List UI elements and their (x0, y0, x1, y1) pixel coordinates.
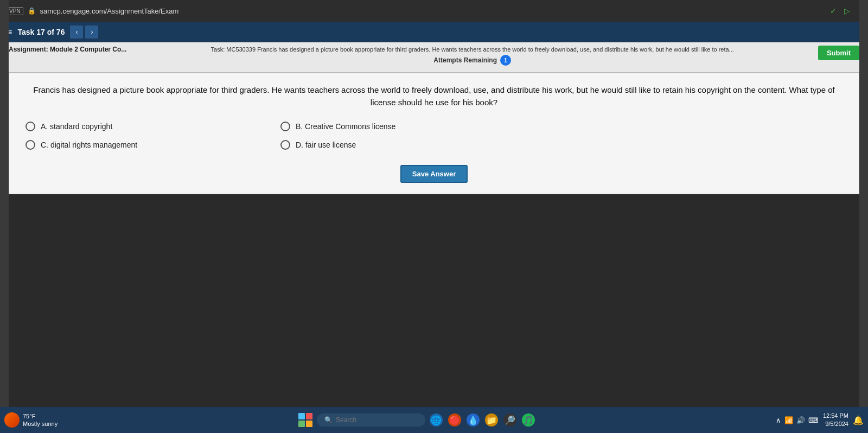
chevron-up-icon[interactable]: ∧ (776, 416, 781, 424)
search-icon: 🔍 (324, 416, 333, 424)
keyboard-icon: ⌨ (808, 416, 819, 424)
weather-text: 75°F Mostly sunny (23, 412, 58, 428)
clock-date: 9/5/2024 (823, 420, 848, 428)
taskbar-icon-2[interactable]: 🔴 (448, 413, 461, 426)
search-input[interactable] (336, 416, 412, 424)
url-bar: samcp.cengage.com/AssignmentTake/Exam (40, 7, 179, 15)
clock: 12:54 PM 9/5/2024 (823, 412, 848, 429)
header-right: Submit (818, 46, 859, 60)
task-label: Task 17 of 76 (18, 28, 65, 36)
taskbar-icon-1[interactable]: 🌐 (430, 413, 443, 426)
nav-next-button[interactable]: › (85, 26, 98, 39)
attempts-badge: 1 (500, 55, 511, 66)
browser-icons: ✓ ▷ ↓ (830, 7, 861, 15)
start-button[interactable] (298, 413, 312, 427)
start-sq-4 (306, 421, 312, 427)
start-sq-2 (306, 413, 312, 419)
answer-option-c[interactable]: C. digital rights management (25, 140, 259, 150)
answer-label-a: A. standard copyright (41, 122, 112, 131)
header-left: Assignment: Module 2 Computer Co... (9, 46, 126, 53)
lock-icon: 🔒 (28, 7, 36, 15)
vpn-badge: VPN (7, 7, 23, 15)
taskbar-icon-3[interactable]: 💧 (467, 413, 480, 426)
notification-icon[interactable]: 🔔 (853, 415, 864, 425)
taskbar-center: 🔍 🌐 🔴 💧 📁 🔎 🎵 (62, 413, 771, 427)
taskbar: 75°F Mostly sunny 🔍 🌐 🔴 💧 📁 🔎 🎵 ∧ 📶 � (0, 407, 868, 433)
answer-label-d: D. fair use license (296, 141, 356, 149)
answer-option-a[interactable]: A. standard copyright (25, 122, 259, 131)
header-center: Task: MC530339 Francis has designed a pi… (132, 46, 813, 66)
submit-button[interactable]: Submit (818, 46, 859, 60)
header-attempts-area: Attempts Remaining 1 (132, 55, 813, 66)
answer-label-b: B. Creative Commons license (296, 122, 395, 131)
start-sq-3 (298, 421, 305, 427)
answer-option-d[interactable]: D. fair use license (280, 140, 514, 150)
radio-c[interactable] (25, 140, 35, 150)
header-area: Assignment: Module 2 Computer Co... Task… (0, 42, 868, 73)
taskbar-left: 75°F Mostly sunny (4, 412, 58, 428)
clock-time: 12:54 PM (823, 412, 848, 420)
attempts-label: Attempts Remaining (433, 56, 497, 64)
nav-arrows: ‹ › (70, 26, 98, 39)
wifi-icon: 📶 (784, 416, 793, 424)
browser-window: Francis has designed a picture book appr… (9, 73, 859, 194)
answers-grid: A. standard copyright B. Creative Common… (25, 122, 514, 150)
assignment-label: Assignment: Module 2 Computer Co... (9, 46, 126, 53)
top-nav: ≡ Task 17 of 76 ‹ › (0, 22, 868, 42)
nav-prev-button[interactable]: ‹ (70, 26, 83, 39)
taskbar-icons: 🌐 🔴 💧 📁 🔎 🎵 (430, 413, 535, 426)
system-icons: ∧ 📶 🔊 ⌨ (776, 416, 819, 424)
header-task-text: Task: MC530339 Francis has designed a pi… (132, 46, 813, 54)
taskbar-right: ∧ 📶 🔊 ⌨ 12:54 PM 9/5/2024 🔔 (776, 412, 864, 429)
radio-b[interactable] (280, 122, 290, 131)
play-icon: ▷ (844, 7, 850, 15)
weather-icon (4, 412, 20, 428)
question-text: Francis has designed a picture book appr… (25, 84, 843, 109)
search-bar[interactable]: 🔍 (317, 413, 425, 426)
volume-icon: 🔊 (796, 416, 805, 424)
check-icon: ✓ (830, 7, 837, 15)
content-wrapper: Francis has designed a picture book appr… (9, 73, 859, 194)
radio-a[interactable] (25, 122, 35, 131)
taskbar-icon-4[interactable]: 📁 (485, 413, 498, 426)
taskbar-icon-5[interactable]: 🔎 (503, 413, 516, 426)
answer-label-c: C. digital rights management (41, 141, 137, 149)
weather-desc: Mostly sunny (23, 420, 58, 428)
taskbar-icon-6[interactable]: 🎵 (522, 413, 535, 426)
save-answer-button[interactable]: Save Answer (400, 165, 468, 183)
answer-option-b[interactable]: B. Creative Commons license (280, 122, 514, 131)
weather-temp: 75°F (23, 412, 58, 420)
start-sq-1 (298, 413, 305, 419)
radio-d[interactable] (280, 140, 290, 150)
browser-chrome: VPN 🔒 samcp.cengage.com/AssignmentTake/E… (0, 0, 868, 22)
